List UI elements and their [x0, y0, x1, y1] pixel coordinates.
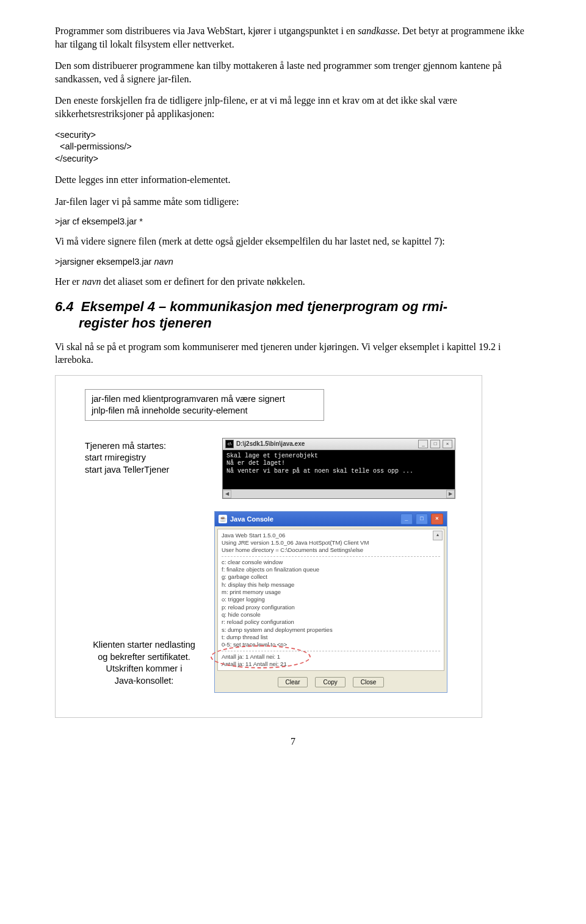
cmd-titlebar: c\ D:\j2sdk1.5\bin\java.exe _ □ ×	[223, 439, 455, 450]
text: Klienten starter nedlasting	[74, 639, 214, 651]
paragraph-1: Programmer som distribueres via Java Web…	[55, 24, 531, 51]
paragraph-5: Jar-filen lager vi på samme måte som tid…	[55, 195, 531, 209]
window-buttons: _ □ ×	[399, 514, 443, 525]
scroll-right-icon[interactable]: ▶	[446, 490, 455, 498]
scroll-up-icon[interactable]: ▴	[433, 531, 443, 540]
text: jar-filen med klientprogramvaren må være…	[92, 393, 317, 405]
paragraph-6: Vi må videre signere filen (merk at dett…	[55, 235, 531, 248]
minimize-button[interactable]: _	[418, 440, 428, 448]
text: p: reload proxy configuration	[222, 604, 440, 611]
cmd-title: D:\j2sdk1.5\bin\java.exe	[236, 440, 418, 447]
heading-number: 6.4	[55, 298, 74, 315]
output-line: Antall ja: 11 Antall nei: 21	[222, 661, 440, 668]
text: det aliaset som er definert for den priv…	[101, 276, 305, 287]
text: Programmer som distribueres via Java Web…	[55, 26, 358, 36]
divider	[222, 556, 440, 557]
cmd-body: Skal lage et tjenerobjekt Nå er det lage…	[223, 450, 455, 489]
clear-button[interactable]: Clear	[278, 677, 308, 687]
code-security: <security> <all-permissions/> </security…	[55, 129, 531, 165]
minimize-button[interactable]: _	[400, 514, 413, 525]
text: og bekrefter sertifikatet.	[74, 651, 214, 664]
text: t: dump thread list	[222, 634, 440, 641]
text-italic: navn	[82, 276, 101, 287]
paragraph-3: Den eneste forskjellen fra de tidligere …	[55, 94, 531, 120]
cmd-window: c\ D:\j2sdk1.5\bin\java.exe _ □ × Skal l…	[222, 438, 455, 499]
server-start-label: Tjeneren må startes: start rmiregistry s…	[68, 438, 222, 476]
text: Her er	[55, 276, 82, 287]
text: s: dump system and deployment properties	[222, 626, 440, 634]
text: Tjeneren må startes:	[85, 440, 222, 453]
cmd-jar: >jar cf eksempel3.jar *	[55, 217, 531, 226]
text: c: clear console window	[222, 559, 440, 566]
text: jnlp-filen må inneholde security-element	[92, 405, 317, 417]
java-console-wrap: ☕ Java Console _ □ × ▴ Java Web Start 1.…	[214, 511, 447, 693]
text-italic: navn	[154, 257, 173, 267]
cmd-icon: c\	[225, 440, 234, 448]
close-button[interactable]: ×	[443, 440, 452, 448]
text: >jarsigner eksempel3.jar	[55, 257, 154, 267]
java-console-titlebar: ☕ Java Console _ □ ×	[215, 512, 447, 526]
text: User home directory = C:\Documents and S…	[222, 546, 440, 554]
divider	[222, 651, 440, 651]
text: start java TellerTjener	[85, 464, 222, 476]
text: m: print memory usage	[222, 589, 440, 596]
java-console-content: ▴ Java Web Start 1.5.0_06 Using JRE vers…	[217, 529, 444, 672]
text: q: hide console	[222, 611, 440, 618]
paragraph-4: Dette legges inn etter information-eleme…	[55, 173, 531, 187]
text: start rmiregistry	[85, 452, 222, 464]
heading-line1: Eksempel 4 – kommunikasjon med tjenerpro…	[81, 299, 447, 314]
diagram-row-client: Klienten starter nedlasting og bekrefter…	[68, 511, 469, 693]
text: r: reload policy configuration	[222, 618, 440, 626]
text: Java-konsollet:	[74, 675, 214, 687]
window-buttons: _ □ ×	[418, 440, 452, 448]
cmd-scrollbar[interactable]: ◀ ▶	[223, 489, 455, 498]
copy-button[interactable]: Copy	[315, 677, 345, 687]
text: 0-5: set trace level to <n>	[222, 641, 440, 648]
text: Using JRE version 1.5.0_06 Java HotSpot(…	[222, 539, 440, 546]
close-button[interactable]: Close	[353, 677, 385, 687]
diagram-row-server: Tjeneren må startes: start rmiregistry s…	[68, 438, 469, 499]
paragraph-7: Her er navn det aliaset som er definert …	[55, 275, 531, 288]
text: Java Web Start 1.5.0_06	[222, 532, 440, 539]
text: g: garbage collect	[222, 573, 440, 581]
maximize-button[interactable]: □	[430, 440, 440, 448]
text: f: finalize objects on finalization queu…	[222, 566, 440, 573]
heading-6-4: 6.4 Eksempel 4 – kommunikasjon med tjene…	[55, 298, 531, 332]
client-label: Klienten starter nedlasting og bekrefter…	[68, 637, 214, 693]
page-number: 7	[55, 736, 531, 747]
text-italic: sandkasse	[358, 26, 397, 36]
scroll-left-icon[interactable]: ◀	[223, 490, 231, 498]
paragraph-2: Den som distribuerer programmene kan til…	[55, 59, 531, 85]
java-icon: ☕	[219, 515, 227, 523]
java-console-title: Java Console	[230, 515, 399, 523]
paragraph-8: Vi skal nå se på et program som kommunis…	[55, 340, 531, 367]
java-console-window: ☕ Java Console _ □ × ▴ Java Web Start 1.…	[214, 511, 447, 693]
cmd-jarsigner: >jarsigner eksempel3.jar navn	[55, 257, 531, 267]
close-button[interactable]: ×	[431, 514, 443, 525]
diagram: jar-filen med klientprogramvaren må være…	[55, 375, 482, 718]
heading-line2: register hos tjeneren	[55, 315, 531, 332]
text: Utskriften kommer i	[74, 663, 214, 675]
java-console-footer: Clear Copy Close	[215, 673, 447, 692]
text: o: trigger logging	[222, 596, 440, 603]
output-line: Antall ja: 1 Antall nei: 1	[222, 653, 440, 661]
text: h: display this help message	[222, 581, 440, 589]
page: Programmer som distribueres via Java Web…	[0, 0, 586, 759]
maximize-button[interactable]: □	[416, 514, 428, 525]
diagram-note-box: jar-filen med klientprogramvaren må være…	[85, 389, 324, 421]
